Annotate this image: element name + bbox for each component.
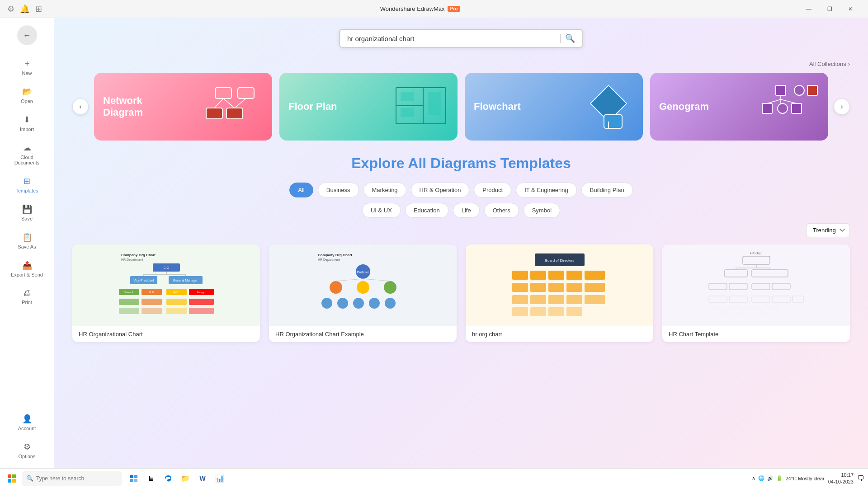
notification-button[interactable]: 🗨 (857, 474, 864, 483)
minimize-button[interactable]: — (798, 2, 819, 16)
taskbar-app-folder[interactable]: 📁 (177, 470, 193, 487)
svg-rect-91 (725, 270, 747, 277)
sidebar-item-label-cloud: Cloud Documents (7, 155, 47, 165)
taskbar-search-icon: 🔍 (26, 475, 33, 482)
pro-badge: Pro (448, 6, 461, 12)
filter-education[interactable]: Education (405, 203, 448, 218)
sidebar-item-account[interactable]: 👤 Account (4, 409, 50, 436)
search-button[interactable]: 🔍 (565, 33, 575, 43)
taskbar-right: ∧ 🌐 🔊 🔋 24°C Mostly clear 10:17 04-10-20… (752, 472, 864, 485)
carousel-next-button[interactable]: › (834, 99, 850, 115)
taskbar-app-word[interactable]: W (194, 470, 211, 487)
sidebar-item-import[interactable]: ⬇ Import (4, 110, 50, 136)
svg-rect-83 (566, 295, 582, 304)
sidebar-item-options[interactable]: ⚙ Options (4, 437, 50, 464)
svg-point-59 (384, 281, 396, 294)
sidebar-item-new[interactable]: ＋ New (4, 53, 50, 80)
collections-arrow-icon: › (848, 61, 850, 67)
svg-text:Sales A: Sales A (124, 291, 133, 294)
sidebar-item-cloud[interactable]: ☁ Cloud Documents (4, 138, 50, 170)
template-item-3[interactable]: Board of Directors (466, 244, 653, 342)
taskbar-apps: 🖥 📁 W 📊 (126, 470, 228, 487)
search-divider (560, 34, 561, 43)
filter-marketing[interactable]: Marketing (363, 183, 406, 197)
carousel-card-genogram[interactable]: Genogram (650, 73, 828, 141)
systray-arrow[interactable]: ∧ (752, 475, 755, 481)
svg-rect-52 (189, 308, 214, 314)
filter-ui[interactable]: UI & UX (362, 203, 401, 218)
svg-rect-108 (745, 308, 761, 314)
sidebar-item-label-new: New (22, 70, 32, 76)
template-item-2[interactable]: Company Org Chart HR Department Profesor (269, 244, 457, 342)
taskbar-app-edge[interactable] (160, 470, 176, 487)
titlebar-center: Wondershare EdrawMax Pro (380, 5, 461, 12)
filter-building[interactable]: Building Plan (581, 183, 633, 197)
taskbar-time: 10:17 04-10-2023 (828, 472, 854, 485)
close-button[interactable]: ✕ (840, 2, 861, 16)
carousel-card-flowchart[interactable]: Flowchart (465, 73, 643, 141)
sidebar-item-open[interactable]: 📂 Open (4, 82, 50, 108)
svg-rect-3 (226, 108, 243, 119)
account-icon: 👤 (22, 414, 32, 424)
sidebar-item-export[interactable]: 📤 Export & Send (4, 256, 50, 282)
open-icon: 📂 (22, 87, 32, 97)
svg-text:Company Org Chart: Company Org Chart (318, 253, 352, 257)
svg-rect-71 (530, 271, 546, 280)
taskbar-app-monitor[interactable]: 🖥 (143, 470, 159, 487)
svg-line-67 (363, 279, 390, 281)
taskbar-app-explorer[interactable] (126, 470, 142, 487)
sidebar-item-print[interactable]: 🖨 Print (4, 284, 50, 310)
card-title-flowchart: Flowchart (474, 101, 521, 113)
sidebar-item-templates[interactable]: ⊞ Templates (4, 172, 50, 198)
carousel-prev-button[interactable]: ‹ (72, 99, 89, 115)
maximize-button[interactable]: ❐ (819, 2, 840, 16)
sort-select[interactable]: Trending Newest Popular (806, 223, 850, 237)
svg-point-60 (321, 298, 332, 309)
sidebar-item-save[interactable]: 💾 Save (4, 200, 50, 226)
filter-it[interactable]: IT & Engineering (516, 183, 577, 197)
svg-rect-45 (119, 299, 139, 305)
print-icon: 🖨 (23, 288, 31, 298)
sidebar-item-label-print: Print (22, 300, 32, 305)
taskbar: 🔍 🖥 📁 W 📊 ∧ 🌐 🔊 🔋 24°C Mostly (0, 468, 868, 488)
systray-volume-icon[interactable]: 🔊 (767, 475, 774, 481)
svg-rect-49 (119, 308, 139, 314)
back-button[interactable]: ← (17, 25, 37, 45)
svg-line-5 (223, 99, 235, 108)
svg-rect-106 (709, 308, 725, 314)
svg-text:Profesor: Profesor (357, 271, 369, 274)
filter-symbol[interactable]: Symbol (524, 203, 560, 218)
svg-rect-98 (729, 283, 747, 290)
filter-business[interactable]: Business (318, 183, 359, 197)
svg-text:HR C: HR C (173, 291, 179, 294)
saveas-icon: 📋 (22, 232, 32, 242)
sidebar-item-label-save: Save (21, 216, 33, 221)
filter-hr[interactable]: HR & Operation (411, 183, 470, 197)
card-illustration-network (202, 83, 265, 130)
window-controls[interactable]: — ❐ ✕ (798, 2, 861, 16)
taskbar-app-edraw[interactable]: 📊 (212, 470, 228, 487)
svg-point-58 (357, 281, 369, 294)
taskbar-search-box[interactable]: 🔍 (22, 471, 122, 486)
taskbar-systray: ∧ 🌐 🔊 🔋 24°C Mostly clear (752, 475, 824, 481)
filter-others[interactable]: Others (484, 203, 519, 218)
filter-product[interactable]: Product (474, 183, 511, 197)
taskbar-search-input[interactable] (36, 475, 118, 482)
sidebar-item-label-templates: Templates (15, 188, 38, 193)
all-collections-link[interactable]: All Collections › (809, 61, 850, 67)
svg-line-24 (781, 99, 797, 103)
sidebar-item-saveas[interactable]: 📋 Save As (4, 228, 50, 254)
filter-all[interactable]: All (289, 183, 313, 197)
carousel-card-floorplan[interactable]: Floor Plan (279, 73, 458, 141)
template-item-1[interactable]: Company Org Chart HR Department CIO Vice… (72, 244, 260, 342)
sidebar-item-label-account: Account (18, 426, 36, 431)
carousel-card-network[interactable]: Network Diagram (94, 73, 272, 141)
sidebar-item-label-saveas: Save As (18, 244, 36, 249)
template-item-4[interactable]: HR chart (662, 244, 850, 342)
taskbar-start-button[interactable] (4, 470, 20, 487)
svg-rect-46 (142, 299, 162, 305)
svg-rect-86 (530, 307, 546, 316)
filter-life[interactable]: Life (453, 203, 480, 218)
card-title-network: Network Diagram (103, 95, 166, 118)
search-input[interactable] (347, 35, 556, 42)
